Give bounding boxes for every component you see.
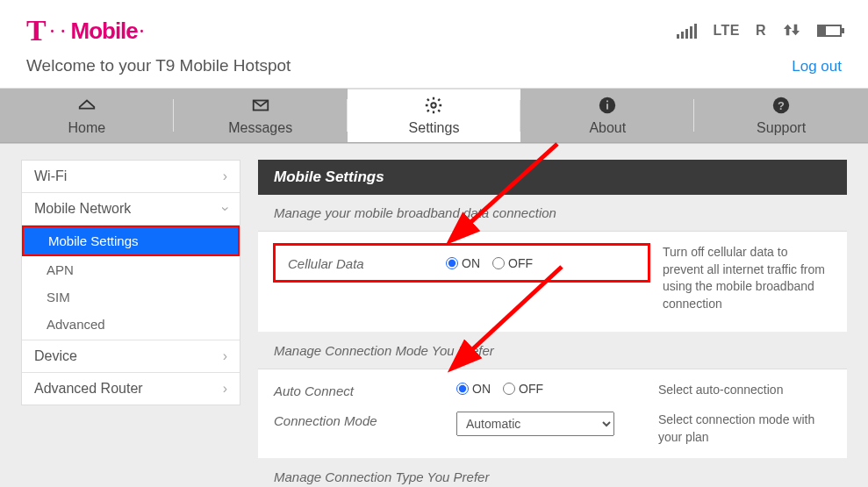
svg-rect-4 [606,100,608,102]
annotation-highlight-cellular: Cellular Data ON OFF [273,243,650,283]
cellular-data-label: Cellular Data [288,254,446,271]
tab-messages-label: Messages [228,120,292,136]
cellular-off-option[interactable]: OFF [492,256,533,270]
tab-settings[interactable]: Settings [348,89,521,142]
connection-mode-label: Connection Mode [274,412,448,428]
cellular-help-text: Turn off cellular data to prevent all in… [663,244,831,312]
row-auto-connect: Auto Connect ON OFF Select auto-connecti… [258,369,847,406]
svg-rect-3 [606,104,608,109]
tab-support[interactable]: ? Support [694,89,868,142]
brand-name: Mobile [70,18,137,45]
on-label: ON [472,382,491,396]
signal-icon [677,23,697,39]
sidebar-apn-label: APN [47,262,74,277]
section-broadband: Manage your mobile broadband data connec… [258,195,847,232]
svg-point-1 [432,103,437,108]
data-transfer-icon [782,22,801,40]
auto-connect-on-radio[interactable] [456,383,469,395]
tab-messages[interactable]: Messages [174,89,348,142]
connection-mode-control: Automatic [456,412,649,436]
sidebar-item-wifi[interactable]: Wi-Fi › [22,161,240,193]
status-icons: LTE R [677,22,842,40]
on-label: ON [462,256,480,270]
auto-connect-help: Select auto-connection [658,382,831,399]
cellular-off-radio[interactable] [492,257,505,269]
auto-connect-off-option[interactable]: OFF [503,382,543,396]
logo-t-icon: T [26,16,46,46]
chevron-down-icon: › [217,206,233,211]
logo-dot-icon: • [140,26,144,36]
sidebar-item-advanced[interactable]: Advanced [22,311,240,340]
sidebar-advanced-label: Advanced [47,317,105,332]
sidebar-item-sim[interactable]: SIM [22,283,240,311]
auto-connect-control: ON OFF [456,382,649,396]
tab-home-label: Home [68,120,106,136]
sidebar-item-apn[interactable]: APN [22,256,240,283]
panel-title: Mobile Settings [258,160,847,195]
sidebar-item-mobile-network[interactable]: Mobile Network › [22,193,240,226]
off-label: OFF [508,256,533,270]
tab-about-label: About [589,120,626,136]
help-icon: ? [771,96,791,118]
welcome-row: Welcome to your T9 Mobile Hotspot Log ou… [0,49,868,89]
row-cellular-data: Cellular Data ON OFF Turn off cellular d… [258,232,847,333]
sidebar-wifi-label: Wi-Fi [34,168,67,184]
home-icon [77,96,97,118]
roaming-indicator: R [756,23,766,39]
settings-panel: Mobile Settings Manage your mobile broad… [258,160,847,487]
sidebar-device-label: Device [34,348,77,364]
row-connection-mode: Connection Mode Automatic Select connect… [258,406,847,459]
tab-home[interactable]: Home [0,89,174,142]
tmobile-logo: T • • Mobile • [26,16,147,46]
sidebar-sim-label: SIM [47,290,70,304]
chevron-right-icon: › [223,348,227,364]
envelope-icon [251,96,270,118]
logout-link[interactable]: Log out [792,58,842,75]
auto-connect-on-option[interactable]: ON [456,382,491,396]
tab-support-label: Support [757,120,806,136]
svg-text:?: ? [778,98,785,111]
connection-mode-help: Select connection mode with your plan [658,412,831,446]
auto-connect-off-radio[interactable] [503,383,515,395]
sidebar-item-advanced-router[interactable]: Advanced Router › [22,373,240,405]
sidebar-mobile-network-label: Mobile Network [34,201,131,217]
connection-mode-select[interactable]: Automatic [456,412,614,436]
sidebar-item-mobile-settings[interactable]: Mobile Settings [24,227,238,254]
logo-dots-icon: • • [51,26,68,36]
cellular-on-option[interactable]: ON [446,256,480,270]
sidebar-advanced-router-label: Advanced Router [34,381,143,397]
nav-tabs: Home Messages Settings About ? Support [0,89,868,143]
settings-sidebar: Wi-Fi › Mobile Network › Mobile Settings… [21,160,240,405]
gear-icon [424,96,443,118]
section-connection-type: Manage Connection Type You Prefer [258,459,847,487]
off-label: OFF [519,382,543,396]
section-connection-mode: Manage Connection Mode You Prefer [258,333,847,369]
welcome-text: Welcome to your T9 Mobile Hotspot [26,56,291,75]
info-icon [598,96,617,118]
tab-settings-label: Settings [409,120,460,136]
chevron-right-icon: › [223,168,227,184]
auto-connect-label: Auto Connect [274,382,448,398]
cellular-data-control: ON OFF [446,254,639,271]
tab-about[interactable]: About [520,89,694,142]
annotation-highlight-sidebar: Mobile Settings [22,226,240,256]
content-area: Wi-Fi › Mobile Network › Mobile Settings… [0,143,868,487]
header: T • • Mobile • LTE R [0,0,868,49]
lte-indicator: LTE [713,23,740,39]
sidebar-item-device[interactable]: Device › [22,340,240,373]
chevron-right-icon: › [223,381,227,397]
battery-icon [817,25,842,37]
cellular-on-radio[interactable] [446,257,458,269]
sidebar-mobile-settings-label: Mobile Settings [48,233,139,248]
